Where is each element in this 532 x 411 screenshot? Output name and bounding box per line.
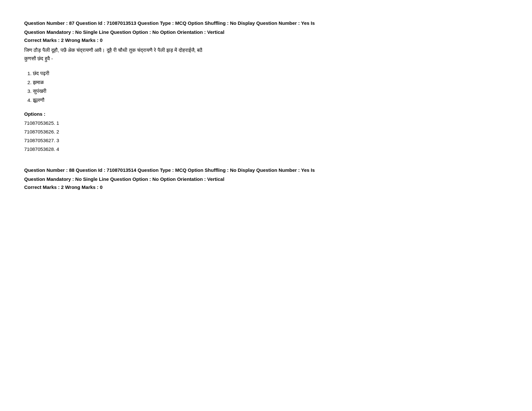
question-87-text: जिण ठौड़ पैली दूहौ, पछै अेक चंद्रायणौ आव… bbox=[24, 46, 508, 63]
question-87-text-line2: कुणसौ छंद हुवै - bbox=[24, 56, 53, 61]
option-item-2: 2. झमाळ bbox=[27, 78, 508, 87]
option-item-3: 3. सुपंखरी bbox=[27, 87, 508, 96]
option-id-2: 71087053626. 2 bbox=[24, 127, 508, 136]
question-87-options-list: 1. छंद पढ़री 2. झमाळ 3. सुपंखरी 4. झूलणौ bbox=[27, 69, 508, 105]
option-id-4: 71087053628. 4 bbox=[24, 145, 508, 153]
option-id-1: 71087053625. 1 bbox=[24, 119, 508, 127]
question-87-options-label: Options : bbox=[24, 111, 508, 117]
question-87-meta-line1: Question Number : 87 Question Id : 71087… bbox=[24, 19, 508, 27]
question-87-marks: Correct Marks : 2 Wrong Marks : 0 bbox=[24, 37, 508, 43]
question-87-meta-line2: Question Mandatory : No Single Line Ques… bbox=[24, 28, 508, 36]
question-87-text-line1: जिण ठौड़ पैली दूहौ, पछै अेक चंद्रायणौ आव… bbox=[24, 47, 202, 53]
question-88-meta-line1: Question Number : 88 Question Id : 71087… bbox=[24, 166, 508, 174]
question-88: Question Number : 88 Question Id : 71087… bbox=[24, 166, 508, 190]
question-87-option-ids: 71087053625. 1 71087053626. 2 7108705362… bbox=[24, 119, 508, 153]
option-item-1: 1. छंद पढ़री bbox=[27, 69, 508, 78]
option-id-3: 71087053627. 3 bbox=[24, 136, 508, 145]
question-87: Question Number : 87 Question Id : 71087… bbox=[24, 19, 508, 153]
question-88-meta-line2: Question Mandatory : No Single Line Ques… bbox=[24, 175, 508, 183]
option-item-4: 4. झूलणौ bbox=[27, 96, 508, 105]
question-88-marks: Correct Marks : 2 Wrong Marks : 0 bbox=[24, 184, 508, 190]
